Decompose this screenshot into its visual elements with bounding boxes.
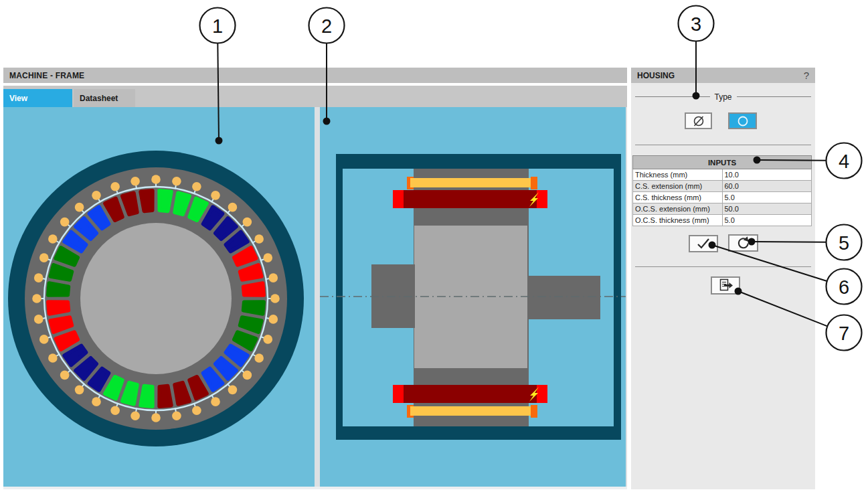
table-row: C.S. thickness (mm) 5.0 — [633, 192, 812, 203]
callout-number: 3 — [691, 13, 701, 35]
end-winding-dot — [254, 234, 264, 244]
end-winding-dot — [34, 273, 44, 282]
input-label: C.S. thickness (mm) — [633, 192, 723, 203]
end-winding-dot — [92, 397, 101, 406]
end-winding-dot — [211, 397, 220, 406]
end-winding-dot — [75, 203, 84, 212]
apply-button[interactable] — [689, 235, 718, 252]
window-title: MACHINE - FRAME — [9, 71, 84, 80]
end-winding-dot — [228, 203, 238, 212]
reset-button[interactable] — [728, 234, 758, 252]
input-value-cs-extension[interactable]: 60.0 — [722, 181, 812, 192]
callout-number: 6 — [839, 276, 849, 298]
window-bottom-strip — [3, 487, 627, 489]
end-winding-dot — [60, 371, 70, 380]
end-cap — [531, 177, 537, 189]
machine-frame-window: MACHINE - FRAME View Datasheet — [3, 68, 627, 489]
magnet-end — [537, 190, 547, 208]
separator — [635, 145, 811, 145]
export-icon — [717, 278, 734, 293]
shaft-right — [529, 276, 600, 319]
inputs-table-header: INPUTS — [633, 156, 812, 169]
input-label: O.C.S. extension (mm) — [633, 203, 723, 215]
end-winding-dot — [263, 335, 272, 344]
end-winding-dot — [263, 253, 272, 262]
winding-slot — [141, 386, 152, 406]
slashed-circle-icon — [691, 114, 706, 128]
input-value-cs-thickness[interactable]: 5.0 — [722, 192, 812, 203]
magnet-bar — [393, 190, 547, 208]
callout-number: 2 — [321, 15, 332, 37]
axial-cross-section — [320, 107, 626, 487]
end-winding-dot — [92, 191, 101, 200]
end-winding-dot — [192, 182, 201, 191]
rotor-circle — [80, 223, 232, 374]
end-winding-dot — [243, 371, 252, 380]
magnet-end — [537, 385, 547, 403]
magnet-end — [393, 385, 404, 403]
end-winding-dot — [211, 191, 220, 200]
table-row: O.C.S. thickness (mm) 5.0 — [633, 215, 812, 226]
view-area — [3, 107, 627, 487]
end-winding-dot — [110, 182, 120, 191]
end-winding-dot — [172, 177, 181, 186]
callout-circle — [827, 225, 862, 260]
axial-view-panel[interactable] — [320, 107, 626, 487]
end-winding-dot — [254, 353, 264, 363]
housing-panel-body: Type INPUTS Thickness (mm) 10.0 — [631, 83, 815, 489]
winding-slot — [159, 191, 171, 211]
help-icon[interactable]: ? — [804, 70, 809, 81]
table-row: O.C.S. extension (mm) 50.0 — [633, 203, 812, 215]
type-group-label: Type — [715, 92, 732, 102]
end-winding-dot — [131, 411, 140, 420]
housing-type-circular-button[interactable] — [728, 112, 757, 129]
winding-slot — [48, 283, 68, 295]
table-row: Thickness (mm) 10.0 — [633, 169, 812, 181]
winding-slot — [244, 302, 264, 313]
inputs-table: INPUTS Thickness (mm) 10.0 C.S. extensio… — [632, 155, 812, 226]
tab-view[interactable]: View — [3, 89, 72, 107]
callout-number: 1 — [212, 15, 223, 37]
separator — [635, 266, 811, 267]
callout-circle — [827, 269, 862, 305]
housing-panel: HOUSING ? Type INPUTS — [631, 68, 815, 489]
end-winding-bar — [410, 406, 531, 416]
callout-circle — [827, 143, 862, 179]
end-winding-dot — [270, 294, 280, 303]
housing-type-none-button[interactable] — [685, 112, 712, 129]
tab-datasheet[interactable]: Datasheet — [74, 89, 135, 107]
end-winding-dot — [110, 406, 120, 415]
input-value-ocs-extension[interactable]: 50.0 — [722, 203, 812, 215]
input-value-thickness[interactable]: 10.0 — [722, 169, 812, 181]
end-winding-dot — [48, 234, 58, 244]
callout-circle — [309, 8, 345, 44]
housing-panel-header: HOUSING ? — [631, 68, 815, 83]
input-label: C.S. extension (mm) — [633, 181, 723, 192]
winding-slot — [48, 302, 68, 313]
callout-number: 5 — [839, 232, 849, 254]
end-winding-bar — [410, 178, 531, 187]
winding-slot — [244, 283, 264, 295]
end-winding-dot — [48, 353, 58, 363]
end-winding-dot — [151, 413, 161, 422]
end-winding-dot — [192, 406, 201, 415]
circle-icon — [735, 114, 750, 128]
magnet-bar — [393, 385, 547, 403]
end-winding-dot — [75, 386, 84, 395]
end-winding-dot — [60, 218, 70, 227]
radial-view-panel[interactable] — [3, 107, 315, 487]
export-button[interactable] — [711, 276, 740, 295]
input-label: O.C.S. thickness (mm) — [633, 215, 723, 226]
table-row: C.S. extension (mm) 60.0 — [633, 181, 812, 192]
end-winding-dot — [172, 411, 181, 420]
end-winding-dot — [32, 294, 41, 303]
radial-cross-section — [3, 107, 315, 487]
callout-circle — [200, 8, 236, 44]
view-divider — [315, 107, 320, 487]
end-winding-dot — [34, 315, 44, 324]
input-label: Thickness (mm) — [633, 169, 723, 181]
callout-number: 7 — [839, 323, 849, 344]
callout-circle — [679, 6, 714, 42]
callout-circle — [827, 315, 862, 351]
input-value-ocs-thickness[interactable]: 5.0 — [722, 215, 812, 226]
